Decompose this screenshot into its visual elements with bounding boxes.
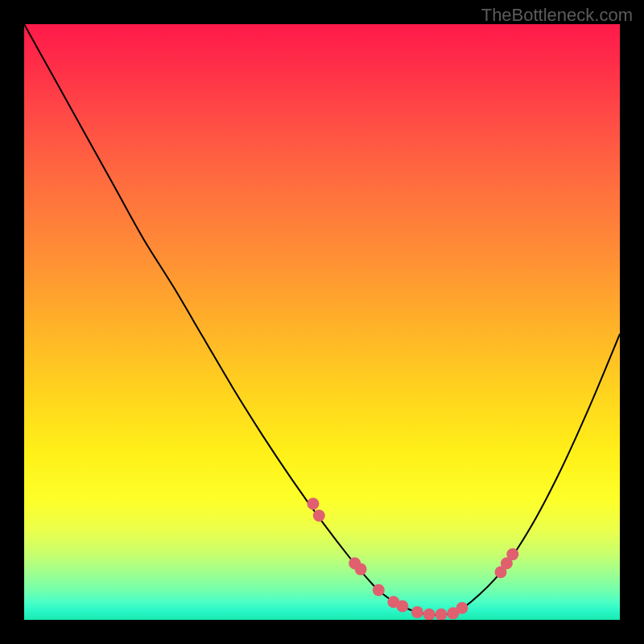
chart-frame bbox=[24, 24, 620, 620]
attribution-text: TheBottleneck.com bbox=[481, 5, 633, 26]
data-points bbox=[307, 497, 518, 620]
chart-svg bbox=[24, 24, 620, 620]
bottleneck-curve bbox=[24, 24, 620, 615]
data-point bbox=[423, 609, 436, 620]
data-point bbox=[506, 548, 518, 560]
data-point bbox=[436, 609, 448, 620]
data-point bbox=[373, 584, 385, 597]
data-point bbox=[456, 602, 468, 614]
data-point bbox=[307, 497, 319, 510]
data-point bbox=[396, 600, 408, 612]
data-point bbox=[411, 606, 423, 618]
data-point bbox=[355, 564, 367, 576]
data-point bbox=[313, 510, 325, 522]
